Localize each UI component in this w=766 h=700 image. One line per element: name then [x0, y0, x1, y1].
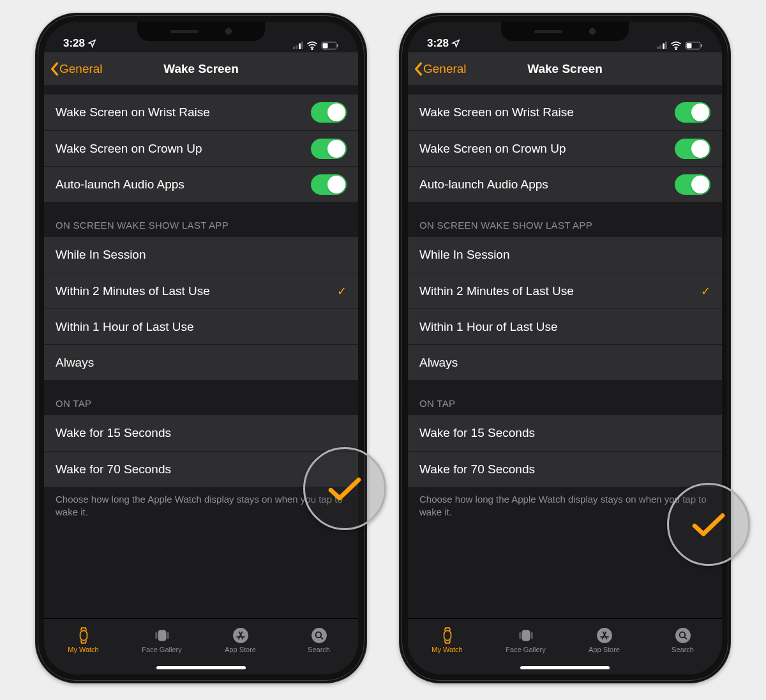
- cell-signal-icon: [293, 42, 304, 49]
- tab-label: App Store: [589, 646, 620, 653]
- section-header-last-app: ON SCREEN WAKE SHOW LAST APP: [408, 202, 722, 237]
- row-label: Within 2 Minutes of Last Use: [419, 284, 574, 298]
- option-while-in-session[interactable]: While In Session: [408, 237, 722, 273]
- svg-rect-17: [519, 632, 521, 639]
- row-label: Within 2 Minutes of Last Use: [56, 284, 210, 298]
- tab-my-watch[interactable]: My Watch: [44, 619, 123, 662]
- row-label: Wake Screen on Wrist Raise: [56, 105, 210, 119]
- toggle-row-wrist-raise[interactable]: Wake Screen on Wrist Raise: [408, 95, 722, 130]
- tab-search[interactable]: Search: [280, 619, 358, 662]
- callout-circle: [667, 483, 750, 566]
- row-label: Wake for 15 Seconds: [419, 426, 535, 440]
- tab-face-gallery[interactable]: Face Gallery: [123, 619, 201, 662]
- svg-rect-18: [530, 632, 532, 639]
- wifi-icon: [670, 41, 682, 50]
- back-button[interactable]: General: [49, 62, 103, 76]
- nav-bar: General Wake Screen: [408, 52, 722, 86]
- phone-mockup: 3:28 General Wake Screen Wake Screen on …: [399, 13, 731, 683]
- svg-point-20: [675, 628, 691, 643]
- tab-app-store[interactable]: App Store: [565, 619, 643, 662]
- toggle-row-wrist-raise[interactable]: Wake Screen on Wrist Raise: [44, 95, 358, 130]
- search-icon: [674, 627, 692, 644]
- notch: [501, 22, 629, 41]
- search-icon: [310, 627, 328, 644]
- section-header-on-tap: ON TAP: [44, 380, 358, 415]
- nav-bar: General Wake Screen: [44, 52, 358, 86]
- svg-rect-3: [323, 43, 328, 48]
- wifi-icon: [306, 41, 318, 50]
- row-label: Always: [56, 356, 94, 370]
- section-header-last-app: ON SCREEN WAKE SHOW LAST APP: [44, 202, 358, 237]
- svg-point-9: [312, 628, 327, 643]
- svg-rect-5: [158, 630, 166, 641]
- row-label: While In Session: [419, 248, 510, 262]
- option-always[interactable]: Always: [44, 344, 358, 380]
- option-wake-15[interactable]: Wake for 15 Seconds: [408, 415, 722, 451]
- home-indicator[interactable]: [520, 666, 610, 669]
- chevron-left-icon: [49, 62, 59, 76]
- notch: [137, 22, 265, 41]
- tab-label: Face Gallery: [506, 646, 545, 653]
- tab-face-gallery[interactable]: Face Gallery: [486, 619, 565, 662]
- row-label: Wake Screen on Crown Up: [56, 142, 202, 156]
- svg-rect-6: [155, 632, 157, 639]
- location-icon: [451, 39, 460, 48]
- home-indicator[interactable]: [156, 666, 246, 669]
- callout-circle: [303, 447, 386, 530]
- toggle-switch[interactable]: [311, 102, 347, 123]
- row-label: Wake for 70 Seconds: [56, 462, 171, 476]
- tab-my-watch[interactable]: My Watch: [408, 619, 486, 662]
- option-2-minutes[interactable]: Within 2 Minutes of Last Use ✓: [408, 273, 722, 308]
- app-store-icon: [596, 627, 613, 644]
- row-label: Within 1 Hour of Last Use: [56, 320, 193, 334]
- toggle-switch[interactable]: [675, 139, 710, 159]
- battery-icon: [321, 42, 339, 50]
- toggle-switch[interactable]: [311, 139, 347, 159]
- row-label: Wake for 70 Seconds: [419, 462, 535, 476]
- phone-mockup: 3:28 General Wake Screen Wake Screen on …: [35, 13, 367, 683]
- option-always[interactable]: Always: [408, 344, 722, 380]
- checkmark-icon: [326, 474, 364, 503]
- toggle-row-crown-up[interactable]: Wake Screen on Crown Up: [44, 130, 358, 166]
- option-wake-70[interactable]: Wake for 70 Seconds ✓: [408, 451, 722, 487]
- toggle-switch[interactable]: [675, 102, 710, 123]
- svg-rect-15: [444, 630, 451, 640]
- svg-rect-13: [701, 44, 702, 47]
- option-while-in-session[interactable]: While In Session: [44, 237, 358, 273]
- row-label: Wake Screen on Wrist Raise: [419, 105, 574, 119]
- tab-search[interactable]: Search: [643, 619, 722, 662]
- status-time: 3:28: [63, 37, 85, 50]
- toggle-switch[interactable]: [311, 174, 347, 195]
- option-wake-15[interactable]: Wake for 15 Seconds ✓: [44, 415, 358, 451]
- svg-rect-2: [337, 44, 338, 47]
- back-button[interactable]: General: [413, 62, 467, 76]
- tab-label: My Watch: [432, 646, 463, 653]
- row-label: Within 1 Hour of Last Use: [419, 320, 557, 334]
- tab-app-store[interactable]: App Store: [201, 619, 280, 662]
- row-label: Wake for 15 Seconds: [56, 426, 171, 440]
- svg-rect-14: [687, 43, 692, 48]
- back-label: General: [423, 62, 467, 76]
- row-label: Auto-launch Audio Apps: [419, 178, 548, 192]
- tab-label: App Store: [225, 646, 256, 653]
- tab-label: My Watch: [68, 646, 99, 653]
- section-header-on-tap: ON TAP: [408, 380, 722, 415]
- toggle-row-audio-apps[interactable]: Auto-launch Audio Apps: [408, 166, 722, 202]
- tab-label: Search: [672, 646, 694, 653]
- tab-label: Face Gallery: [142, 646, 181, 653]
- location-icon: [87, 39, 96, 48]
- tab-label: Search: [308, 646, 330, 653]
- svg-rect-4: [80, 630, 87, 640]
- option-1-hour[interactable]: Within 1 Hour of Last Use: [44, 308, 358, 344]
- toggle-switch[interactable]: [675, 174, 710, 195]
- svg-rect-7: [167, 632, 169, 639]
- chevron-left-icon: [413, 62, 423, 76]
- option-1-hour[interactable]: Within 1 Hour of Last Use: [408, 308, 722, 344]
- toggle-row-audio-apps[interactable]: Auto-launch Audio Apps: [44, 166, 358, 202]
- status-time: 3:28: [427, 37, 449, 50]
- cell-signal-icon: [657, 42, 668, 49]
- toggle-row-crown-up[interactable]: Wake Screen on Crown Up: [408, 130, 722, 166]
- option-2-minutes[interactable]: Within 2 Minutes of Last Use ✓: [44, 273, 358, 308]
- checkmark-icon: ✓: [701, 284, 710, 298]
- svg-point-11: [675, 49, 677, 50]
